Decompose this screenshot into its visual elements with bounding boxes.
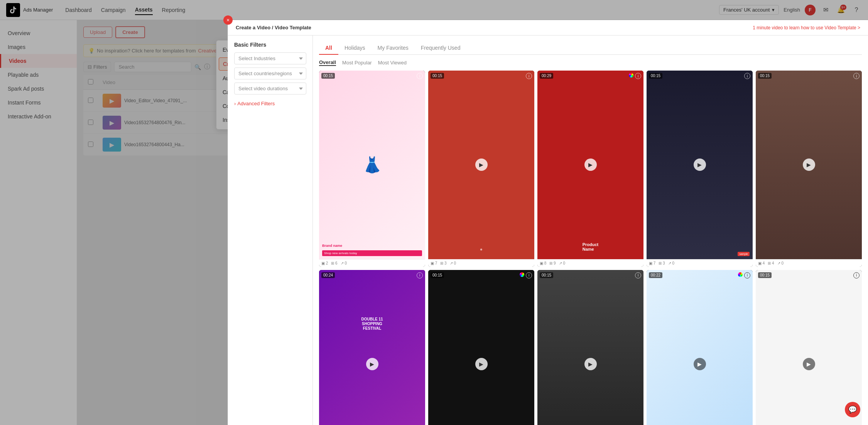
info-icon: i [853, 272, 860, 278]
color-dot [520, 272, 524, 277]
template-card[interactable]: 00:22 i ▶ ▣ 7 ⊞ 4 ↗ 0 [647, 270, 753, 425]
template-thumbnail: 00:24 i ▶ DOUBLE 11SHOPPINGFESTIVAL [319, 270, 425, 425]
template-card[interactable]: 00:15 i ▶ ▣ 4 ⊞ 4 ↗ 0 [756, 71, 862, 267]
tab-holidays[interactable]: Holidays [338, 42, 372, 55]
template-stat: ↗ 0 [341, 261, 347, 265]
modal-body: Basic Filters Select Industries Select c… [228, 35, 868, 425]
info-icon: i [853, 73, 860, 79]
template-footer: ▣ 7 ⊞ 3 ↗ 0 [647, 259, 753, 267]
duration-select[interactable]: Select video durations [234, 83, 306, 94]
template-stat: ▣ 8 [540, 261, 546, 265]
template-card[interactable]: 00:15 i ▶ ❄ ▣ 7 ⊞ 3 ↗ 0 [428, 71, 534, 267]
filter-panel: Basic Filters Select Industries Select c… [228, 35, 313, 425]
template-duration: 00:29 [540, 73, 553, 79]
template-card[interactable]: 00:15 i ▶ sample ▣ 7 ⊞ 3 ↗ 0 [647, 71, 753, 267]
play-button: ▶ [694, 159, 706, 171]
template-duration: 00:15 [431, 272, 444, 278]
template-card[interactable]: 00:15 i 👗 Brand name Shop new arrivals t… [319, 71, 425, 267]
template-card[interactable]: 00:24 i ▶ DOUBLE 11SHOPPINGFESTIVAL ▣ 13… [319, 270, 425, 425]
chat-support-button[interactable]: 💬 [845, 402, 860, 417]
template-duration: 00:15 [758, 73, 772, 79]
template-stat: ▣ 2 [321, 261, 328, 265]
template-stat: ⊞ 3 [659, 261, 665, 265]
template-stat: ⊞ 9 [549, 261, 556, 265]
template-thumbnail: 00:29 i ▶ ProductName [537, 71, 643, 259]
template-footer: ▣ 4 ⊞ 4 ↗ 0 [756, 259, 862, 267]
template-thumbnail: 00:15 i ▶ Product 1 AUTUMN NEW [756, 270, 862, 425]
info-icon: i [526, 73, 532, 79]
template-stat: ↗ 0 [668, 261, 674, 265]
style-most-popular[interactable]: Most Popular [342, 60, 372, 66]
play-button: ▶ [803, 358, 815, 370]
play-button: ▶ [694, 358, 706, 370]
template-thumbnail: 00:15 i ▶ [537, 270, 643, 425]
modal-overlay: × Create a Video / Video Template 1 minu… [0, 0, 868, 425]
template-card[interactable]: 00:29 i ▶ ProductName ▣ 8 ⊞ 9 ↗ 0 [537, 71, 643, 267]
template-duration: 00:15 [649, 73, 662, 79]
info-icon: i [744, 73, 750, 79]
template-duration: 00:15 [321, 73, 335, 79]
template-duration: 00:15 [431, 73, 444, 79]
play-button: ▶ [803, 159, 815, 171]
tab-all[interactable]: All [319, 42, 338, 55]
gallery-tabs: All Holidays My Favorites Frequently Use… [319, 42, 862, 55]
template-duration: 00:15 [758, 272, 772, 278]
info-icon: i [417, 73, 423, 79]
learn-link[interactable]: 1 minute video to learn how to use Video… [753, 25, 860, 30]
template-thumbnail: 00:15 i 👗 Brand name Shop new arrivals t… [319, 71, 425, 259]
template-stat: ↗ 0 [450, 261, 456, 265]
advanced-filters-link[interactable]: › Advanced Filters [234, 101, 306, 106]
info-icon: i [417, 272, 423, 278]
template-thumbnail: 00:22 i ▶ [647, 270, 753, 425]
industry-select[interactable]: Select Industries [234, 52, 306, 64]
info-icon: i [744, 272, 750, 278]
template-thumbnail: 00:15 i ▶ sample [647, 71, 753, 259]
breadcrumb: Create a Video / Video Template [236, 25, 311, 30]
info-icon: i [635, 73, 641, 79]
play-button: ▶ [475, 159, 488, 171]
play-button: ▶ [584, 358, 597, 370]
color-dot [629, 73, 633, 78]
template-stat: ↗ 0 [777, 261, 784, 265]
countries-select[interactable]: Select countries/regions [234, 67, 306, 79]
template-grid: 00:15 i 👗 Brand name Shop new arrivals t… [319, 71, 862, 425]
info-icon: i [635, 272, 641, 278]
template-duration: 00:24 [321, 272, 335, 278]
template-duration: 00:15 [540, 272, 553, 278]
advanced-filters-label: Advanced Filters [237, 101, 275, 106]
video-template-modal: × Create a Video / Video Template 1 minu… [228, 20, 868, 425]
gallery-panel: All Holidays My Favorites Frequently Use… [313, 35, 868, 425]
template-footer: ▣ 7 ⊞ 3 ↗ 0 [428, 259, 534, 267]
chevron-right-icon: › [234, 101, 236, 106]
modal-close-button[interactable]: × [223, 15, 233, 25]
template-stat: ▣ 7 [649, 261, 655, 265]
breadcrumb-current: Video Template [275, 25, 311, 30]
template-thumbnail: 00:15 i ▶ Men'sBoutique [428, 270, 534, 425]
tab-my-favorites[interactable]: My Favorites [372, 42, 415, 55]
breadcrumb-prefix: Create a Video / [236, 25, 273, 30]
template-thumbnail: 00:15 i ▶ [756, 71, 862, 259]
style-overall[interactable]: Overall [319, 59, 336, 66]
template-duration: 00:22 [649, 272, 662, 278]
template-stat: ⊞ 3 [440, 261, 446, 265]
template-stat: ▣ 7 [431, 261, 437, 265]
template-card[interactable]: 00:15 i ▶ Product 1 AUTUMN NEW ▣ 4 ⊞ 5 ↗… [756, 270, 862, 425]
style-tabs: Overall Most Popular Most Viewed [319, 59, 862, 66]
template-card[interactable]: 00:15 i ▶ Men'sBoutique ▣ 4 ⊞ 6 ↗ 0 [428, 270, 534, 425]
modal-header: Create a Video / Video Template 1 minute… [228, 20, 868, 35]
play-button: ▶ [475, 358, 488, 370]
style-most-viewed[interactable]: Most Viewed [378, 60, 407, 66]
template-stat: ⊞ 4 [768, 261, 774, 265]
template-thumbnail: 00:15 i ▶ ❄ [428, 71, 534, 259]
play-button: ▶ [584, 159, 597, 171]
play-button: ▶ [366, 358, 378, 370]
tab-frequently-used[interactable]: Frequently Used [415, 42, 467, 55]
template-footer: ▣ 8 ⊞ 9 ↗ 0 [537, 259, 643, 267]
template-card[interactable]: 00:15 i ▶ ▣ 2 ⊞ 4 ↗ 0 [537, 270, 643, 425]
template-stat: ▣ 4 [758, 261, 765, 265]
filter-title: Basic Filters [234, 42, 306, 48]
color-dot [738, 272, 743, 277]
template-footer: ▣ 2 ⊞ 6 ↗ 0 [319, 259, 425, 267]
info-icon: i [526, 272, 532, 278]
template-stat: ↗ 0 [559, 261, 565, 265]
